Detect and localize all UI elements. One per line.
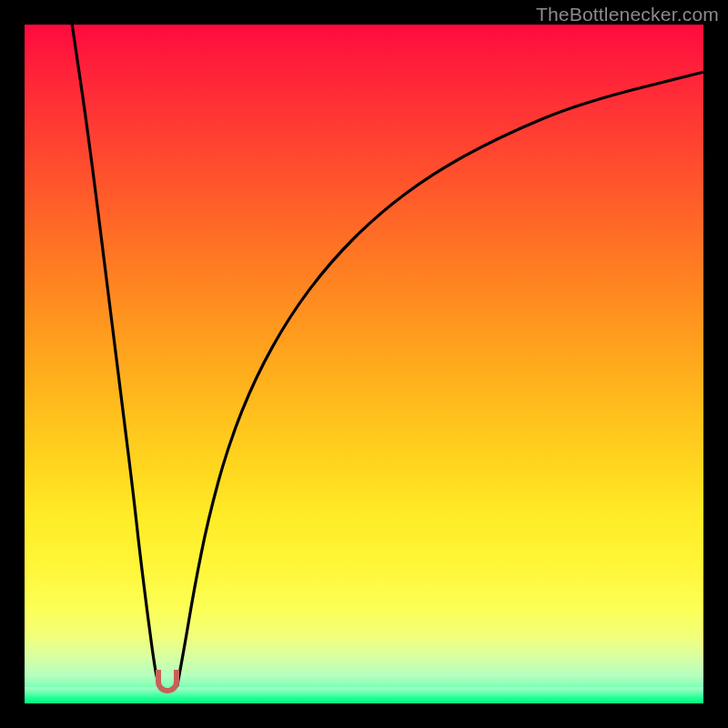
vertex-marker: [156, 670, 179, 693]
outer-frame: TheBottlenecker.com: [0, 0, 728, 728]
plot-area: [25, 25, 703, 703]
curve-layer: [25, 25, 703, 703]
watermark-text: TheBottlenecker.com: [536, 4, 719, 25]
right-branch-path: [177, 72, 703, 685]
left-branch-path: [72, 25, 159, 686]
